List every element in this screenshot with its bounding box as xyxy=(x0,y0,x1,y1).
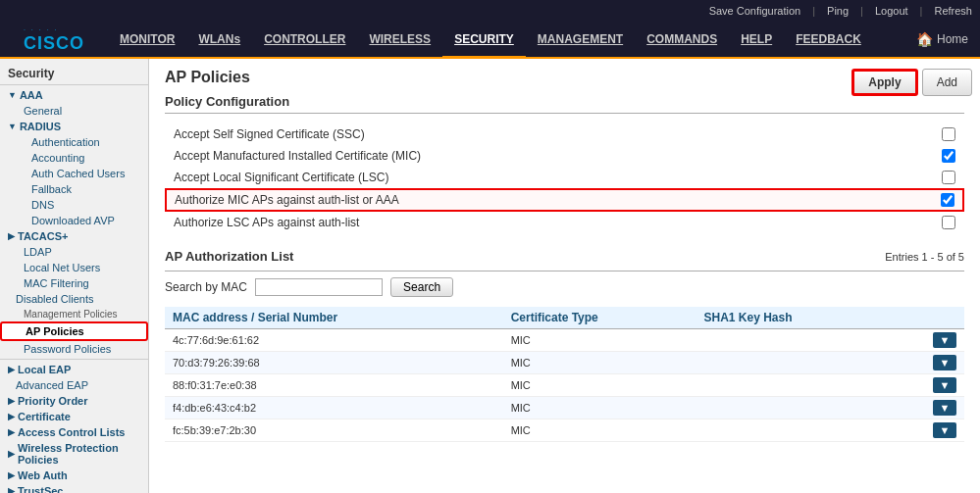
sidebar-dns[interactable]: DNS xyxy=(0,197,148,213)
table-row: 4c:77:6d:9e:61:62MIC▼ xyxy=(165,329,964,352)
policy-config-title: Policy Configuration xyxy=(165,94,964,114)
cell-cert-4: MIC xyxy=(503,419,696,442)
nav-commands[interactable]: COMMANDS xyxy=(635,23,729,58)
nav-monitor[interactable]: MONITOR xyxy=(108,23,186,58)
policy-label-0: Accept Self Signed Certificate (SSC) xyxy=(174,127,942,141)
policy-checkbox-1[interactable] xyxy=(942,149,955,163)
policy-checkbox-2[interactable] xyxy=(942,171,955,184)
col-mac: MAC address / Serial Number xyxy=(165,307,503,329)
sidebar-local-net-users[interactable]: Local Net Users xyxy=(0,260,148,275)
col-action xyxy=(891,307,964,329)
acl-triangle: ▶ xyxy=(8,427,15,437)
sidebar-downloaded-avp[interactable]: Downloaded AVP xyxy=(0,213,148,228)
sidebar-auth-cached-users[interactable]: Auth Cached Users xyxy=(0,166,148,181)
row-action-btn-1[interactable]: ▼ xyxy=(933,355,956,370)
sidebar-tacacs[interactable]: ▶ TACACS+ xyxy=(0,228,148,244)
apply-button[interactable]: Apply xyxy=(851,69,917,96)
nav-security[interactable]: SECURITY xyxy=(442,23,526,58)
policy-row-1: Accept Manufactured Installed Certificat… xyxy=(165,145,964,167)
table-row: 70:d3:79:26:39:68MIC▼ xyxy=(165,352,964,374)
row-action-btn-2[interactable]: ▼ xyxy=(933,377,956,393)
policy-label-4: Authorize LSC APs against auth-list xyxy=(174,216,942,229)
table-row: 88:f0:31:7e:e0:38MIC▼ xyxy=(165,374,964,397)
save-config-link[interactable]: Save Configuration xyxy=(709,5,801,17)
search-button[interactable]: Search xyxy=(390,277,453,297)
cell-mac-3: f4:db:e6:43:c4:b2 xyxy=(165,397,503,419)
row-action-btn-3[interactable]: ▼ xyxy=(933,400,956,416)
policy-checkbox-0[interactable] xyxy=(942,127,955,141)
sidebar-accounting[interactable]: Accounting xyxy=(0,150,148,166)
policy-checkbox-4[interactable] xyxy=(942,216,955,229)
home-label: Home xyxy=(937,32,968,46)
cell-mac-4: fc:5b:39:e7:2b:30 xyxy=(165,419,503,442)
nav-wlans[interactable]: WLANs xyxy=(186,23,252,58)
sidebar-wpp[interactable]: ▶ Wireless Protection Policies xyxy=(0,440,148,468)
local-eap-triangle: ▶ xyxy=(8,365,15,374)
sidebar-authentication[interactable]: Authentication xyxy=(0,134,148,150)
nav-controller[interactable]: CONTROLLER xyxy=(252,23,357,58)
cell-sha1-0 xyxy=(696,329,892,352)
add-button[interactable]: Add xyxy=(922,69,972,96)
col-cert: Certificate Type xyxy=(503,307,696,329)
nav-management[interactable]: MANAGEMENT xyxy=(526,23,635,58)
nav-wireless[interactable]: WIRELESS xyxy=(357,23,442,58)
policy-checkbox-3[interactable] xyxy=(941,193,954,207)
home-icon: 🏠 xyxy=(916,31,933,47)
sidebar-fallback[interactable]: Fallback xyxy=(0,181,148,197)
sidebar-ldap[interactable]: LDAP xyxy=(0,244,148,260)
search-input[interactable] xyxy=(255,278,383,296)
nav-feedback[interactable]: FEEDBACK xyxy=(784,23,873,58)
sidebar-priority-order[interactable]: ▶ Priority Order xyxy=(0,393,148,409)
home-link[interactable]: 🏠 Home xyxy=(904,31,980,47)
sidebar-local-eap-label: Local EAP xyxy=(18,364,71,375)
trustsec-triangle: ▶ xyxy=(8,486,15,493)
cell-mac-0: 4c:77:6d:9e:61:62 xyxy=(165,329,503,352)
cell-sha1-2 xyxy=(696,374,892,397)
sidebar-aaa[interactable]: ▼ AAA xyxy=(0,87,148,103)
sidebar-mac-filtering[interactable]: MAC Filtering xyxy=(0,275,148,291)
policy-label-2: Accept Local Significant Certificate (LS… xyxy=(174,171,942,184)
cisco-dots: . . . . . xyxy=(24,25,84,31)
policy-row-4: Authorize LSC APs against auth-list xyxy=(165,212,964,233)
policy-row-0: Accept Self Signed Certificate (SSC) xyxy=(165,123,964,145)
sidebar-general[interactable]: General xyxy=(0,103,148,119)
policy-label-1: Accept Manufactured Installed Certificat… xyxy=(174,149,942,163)
sidebar-acl[interactable]: ▶ Access Control Lists xyxy=(0,424,148,440)
logout-link[interactable]: Logout xyxy=(875,5,908,17)
refresh-link[interactable]: Refresh xyxy=(934,5,972,17)
row-action-btn-4[interactable]: ▼ xyxy=(933,422,956,438)
cell-action-1: ▼ xyxy=(891,352,964,374)
sidebar-advanced-eap[interactable]: Advanced EAP xyxy=(0,377,148,393)
cell-action-0: ▼ xyxy=(891,329,964,352)
sidebar-wpp-label: Wireless Protection Policies xyxy=(18,442,140,466)
action-buttons: Apply Add xyxy=(851,69,972,96)
cisco-logo: CISCO xyxy=(24,33,84,53)
sidebar-local-eap[interactable]: ▶ Local EAP xyxy=(0,362,148,377)
sidebar-divider-1 xyxy=(0,84,148,85)
sidebar-certificate[interactable]: ▶ Certificate xyxy=(0,409,148,424)
main-content: AP Policies Policy Configuration Accept … xyxy=(149,59,980,452)
sidebar-title: Security xyxy=(0,63,148,82)
table-row: f4:db:e6:43:c4:b2MIC▼ xyxy=(165,397,964,419)
nav-bar: . . . . . CISCO MONITOR WLANs CONTROLLER… xyxy=(0,22,980,59)
sidebar-web-auth[interactable]: ▶ Web Auth xyxy=(0,468,148,483)
sidebar-trustsec[interactable]: ▶ TrustSec xyxy=(0,483,148,493)
content-wrapper: Apply Add AP Policies Policy Configurati… xyxy=(149,59,980,493)
sidebar-management-policies[interactable]: Management Policies xyxy=(0,307,148,321)
sidebar-trustsec-label: TrustSec xyxy=(18,485,63,493)
cell-action-2: ▼ xyxy=(891,374,964,397)
search-label: Search by MAC xyxy=(165,280,247,294)
ping-link[interactable]: Ping xyxy=(827,5,849,17)
sidebar-password-policies[interactable]: Password Policies xyxy=(0,341,148,357)
cell-action-3: ▼ xyxy=(891,397,964,419)
search-area: Search by MAC Search xyxy=(165,277,964,297)
cell-cert-3: MIC xyxy=(503,397,696,419)
sidebar-ap-policies[interactable]: AP Policies xyxy=(0,321,148,341)
logo-area: . . . . . CISCO xyxy=(0,22,108,57)
sidebar-disabled-clients[interactable]: Disabled Clients xyxy=(0,291,148,307)
nav-links: MONITOR WLANs CONTROLLER WIRELESS SECURI… xyxy=(108,22,980,57)
nav-help[interactable]: HELP xyxy=(729,23,784,58)
sidebar-radius[interactable]: ▼ RADIUS xyxy=(0,119,148,134)
row-action-btn-0[interactable]: ▼ xyxy=(933,332,956,348)
policy-table: Accept Self Signed Certificate (SSC)Acce… xyxy=(165,123,964,233)
